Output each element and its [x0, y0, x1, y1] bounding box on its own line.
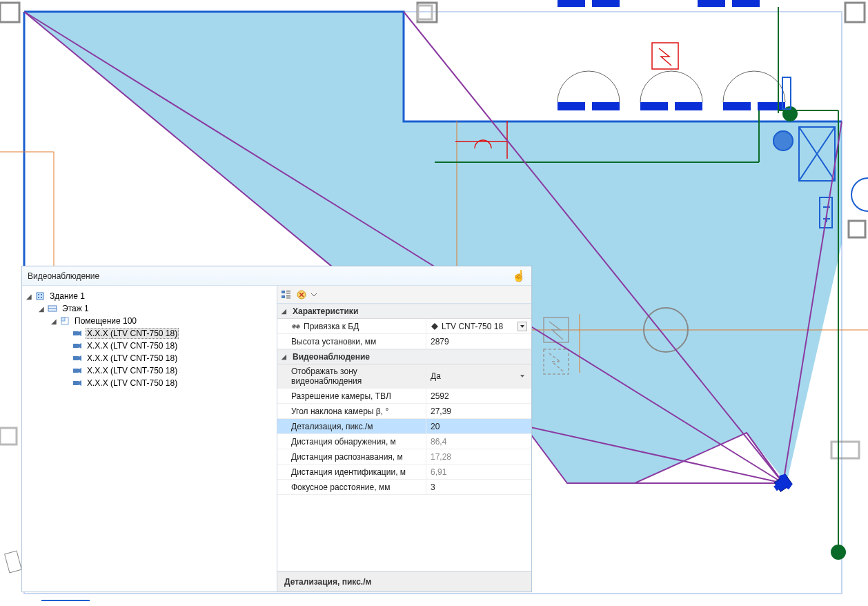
tree-node-floor[interactable]: ◢ Этаж 1 — [22, 302, 277, 315]
svg-rect-5 — [831, 442, 859, 458]
property-name: Высота установки, мм — [291, 337, 376, 346]
expander-icon[interactable]: ◢ — [50, 317, 58, 325]
property-value: 17,28 — [431, 452, 451, 462]
svg-rect-53 — [5, 551, 22, 573]
property-description-bar: Детализация, пикс./м — [277, 571, 531, 592]
tree-label: Помещение 100 — [73, 316, 138, 326]
svg-rect-16 — [732, 0, 760, 7]
dropdown-button[interactable] — [517, 371, 527, 381]
property-name: Дистанция распознавания, м — [291, 452, 403, 462]
camera-icon — [72, 365, 83, 376]
svg-rect-63 — [61, 317, 65, 321]
edge-arc — [851, 178, 868, 211]
svg-rect-0 — [0, 3, 19, 22]
svg-rect-64 — [73, 331, 79, 335]
tree-node-camera[interactable]: X.X.X (LTV CNT-750 18) — [22, 327, 277, 340]
link-icon — [291, 322, 301, 331]
svg-rect-17 — [558, 102, 585, 110]
svg-point-29 — [831, 545, 845, 559]
svg-rect-58 — [38, 297, 39, 298]
svg-rect-73 — [286, 295, 290, 297]
camera-icon — [72, 378, 83, 389]
equipment-blocks — [558, 0, 785, 110]
property-toolbar — [277, 286, 531, 304]
object-tree[interactable]: ◢ Здание 1 ◢ Этаж 1 ◢ Помещение 100 — [22, 286, 277, 592]
property-value[interactable]: 20 — [431, 422, 440, 431]
property-group-header[interactable]: ◢ Характеристики — [277, 304, 531, 319]
property-value[interactable]: 27,39 — [431, 407, 451, 416]
toolbar-dropdown-icon[interactable] — [310, 289, 317, 301]
property-row-dist-recog[interactable]: Дистанция распознавания, м 17,28 — [277, 449, 531, 465]
property-name: Дистанция обнаружения, м — [291, 437, 396, 447]
svg-rect-13 — [558, 0, 585, 7]
svg-rect-10 — [652, 43, 678, 69]
dropdown-button[interactable] — [517, 322, 527, 331]
tree-label: X.X.X (LTV CNT-750 18) — [86, 353, 179, 363]
pointer-icon: ☝ — [512, 269, 526, 282]
property-group-header[interactable]: ◢ Видеонаблюдение — [277, 349, 531, 364]
video-surveillance-panel: Видеонаблюдение ☝ ◢ Здание 1 ◢ Этаж 1 ◢ — [21, 266, 532, 592]
door-arcs — [558, 71, 785, 102]
svg-rect-74 — [286, 297, 290, 299]
property-name: Дистанция идентификации, м — [291, 467, 406, 477]
property-value[interactable]: 2879 — [431, 337, 449, 346]
panel-titlebar[interactable]: Видеонаблюдение ☝ — [22, 266, 531, 286]
svg-rect-20 — [675, 102, 702, 110]
svg-rect-4 — [0, 428, 17, 444]
sort-icon[interactable] — [295, 289, 308, 301]
floor-icon — [47, 303, 58, 314]
svg-rect-21 — [723, 102, 751, 110]
svg-rect-15 — [698, 0, 725, 7]
property-value[interactable]: 3 — [431, 482, 435, 492]
svg-rect-55 — [37, 293, 43, 300]
svg-rect-14 — [592, 0, 620, 7]
svg-rect-2 — [845, 3, 865, 22]
property-row-height[interactable]: Высота установки, мм 2879 — [277, 334, 531, 349]
property-row-dist-ident[interactable]: Дистанция идентификации, м 6,91 — [277, 465, 531, 480]
property-name: Угол наклона камеры β, ° — [291, 407, 388, 416]
expander-icon[interactable]: ◢ — [25, 293, 33, 300]
property-description-text: Детализация, пикс./м — [284, 577, 371, 587]
property-row-focal[interactable]: Фокусное расстояние, мм 3 — [277, 480, 531, 495]
property-row-detail[interactable]: Детализация, пикс./м 20 — [277, 419, 531, 434]
group-label: Видеонаблюдение — [293, 352, 370, 362]
property-row-db-link[interactable]: Привязка к БД LTV CNT-750 18 — [277, 319, 531, 334]
tree-node-room[interactable]: ◢ Помещение 100 — [22, 315, 277, 327]
property-row-tilt[interactable]: Угол наклона камеры β, ° 27,39 — [277, 404, 531, 419]
property-value[interactable]: 2592 — [431, 391, 449, 401]
camera-icon — [72, 328, 83, 339]
diamond-icon — [431, 322, 439, 331]
svg-rect-19 — [640, 102, 668, 110]
chevron-down-icon[interactable]: ◢ — [282, 353, 288, 360]
tree-node-camera[interactable]: X.X.X (LTV CNT-750 18) — [22, 364, 277, 377]
tree-node-camera[interactable]: X.X.X (LTV CNT-750 18) — [22, 377, 277, 389]
building-icon — [34, 291, 46, 302]
tree-label: X.X.X (LTV CNT-750 18) — [86, 378, 179, 388]
svg-rect-67 — [73, 369, 79, 373]
svg-rect-66 — [73, 356, 79, 360]
property-row-resolution[interactable]: Разрешение камеры, ТВЛ 2592 — [277, 389, 531, 404]
property-value: 86,4 — [431, 437, 446, 447]
property-name: Фокусное расстояние, мм — [291, 482, 390, 492]
property-row-dist-detect[interactable]: Дистанция обнаружения, м 86,4 — [277, 434, 531, 449]
property-name: Разрешение камеры, ТВЛ — [291, 391, 391, 401]
property-grid[interactable]: ◢ Характеристики Привязка к БД LTV CNT-7… — [277, 304, 531, 571]
svg-rect-69 — [282, 291, 285, 293]
svg-rect-71 — [286, 291, 290, 292]
svg-rect-65 — [73, 344, 79, 348]
svg-rect-70 — [282, 295, 285, 298]
property-value: LTV CNT-750 18 — [442, 322, 503, 331]
categorize-icon[interactable] — [280, 289, 293, 301]
tree-node-camera[interactable]: X.X.X (LTV CNT-750 18) — [22, 352, 277, 364]
svg-rect-22 — [758, 102, 785, 110]
expander-icon[interactable]: ◢ — [37, 305, 46, 313]
property-value: Да — [431, 371, 441, 381]
tree-node-building[interactable]: ◢ Здание 1 — [22, 290, 277, 302]
property-pane: ◢ Характеристики Привязка к БД LTV CNT-7… — [277, 286, 531, 592]
tree-label: X.X.X (LTV CNT-750 18) — [86, 341, 179, 351]
chevron-down-icon[interactable]: ◢ — [282, 308, 288, 315]
property-row-show-zone[interactable]: Отображать зону видеонаблюдения Да — [277, 364, 531, 389]
group-label: Характеристики — [293, 306, 358, 316]
tree-node-camera[interactable]: X.X.X (LTV CNT-750 18) — [22, 340, 277, 352]
property-name: Привязка к БД — [304, 322, 359, 331]
